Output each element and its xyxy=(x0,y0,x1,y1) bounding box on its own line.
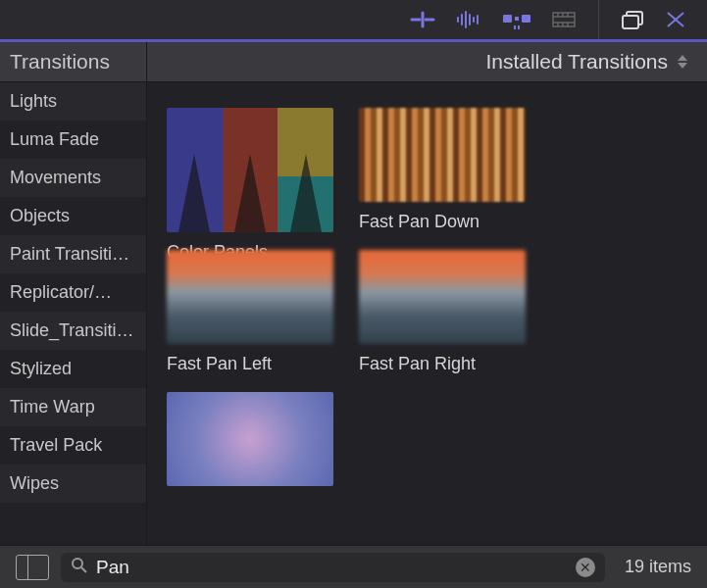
sidebar: Lights Luma Fade Movements Objects Paint… xyxy=(0,82,147,545)
search-icon xyxy=(71,557,88,578)
svg-point-25 xyxy=(73,559,82,568)
toolbar-divider xyxy=(598,0,599,39)
transition-fast-pan-left[interactable]: Fast Pan Left xyxy=(167,250,333,374)
sidebar-item-travel-pack[interactable]: Travel Pack xyxy=(0,426,146,465)
sidebar-item-objects[interactable]: Objects xyxy=(0,197,146,235)
transition-fast-pan-right[interactable]: Fast Pan Right xyxy=(359,250,526,374)
sidebar-item-stylized[interactable]: Stylized xyxy=(0,350,146,388)
browser-header: Transitions Installed Transitions xyxy=(0,39,707,82)
toolbar xyxy=(0,0,707,39)
transitions-icon[interactable] xyxy=(502,8,531,31)
sidebar-item-time-warp[interactable]: Time Warp xyxy=(0,388,146,426)
transition-label: Fast Pan Down xyxy=(359,212,526,232)
item-count: 19 items xyxy=(617,557,691,577)
footer: ✕ 19 items xyxy=(0,545,707,588)
clear-search-button[interactable]: ✕ xyxy=(576,558,595,577)
svg-rect-14 xyxy=(553,13,575,26)
thumbnail xyxy=(167,392,333,486)
transition-label: Fast Pan Left xyxy=(167,354,333,374)
thumbnail xyxy=(167,250,333,344)
filmstrip-icon[interactable] xyxy=(551,10,577,29)
share-icon[interactable] xyxy=(664,10,687,29)
window-icon[interactable] xyxy=(621,10,644,29)
svg-rect-13 xyxy=(518,25,520,29)
waveform-icon[interactable] xyxy=(455,10,480,29)
transition-fast-pan-down[interactable]: Fast Pan Down xyxy=(359,108,526,232)
toolbar-group-edit xyxy=(410,10,480,29)
updown-icon xyxy=(678,51,691,73)
svg-rect-12 xyxy=(514,25,516,29)
body-area: Lights Luma Fade Movements Objects Paint… xyxy=(0,82,707,545)
sidebar-item-movements[interactable]: Movements xyxy=(0,159,146,197)
ripple-icon[interactable] xyxy=(410,10,435,29)
layout-toggle-button[interactable] xyxy=(16,555,49,580)
svg-rect-11 xyxy=(515,17,519,21)
svg-rect-10 xyxy=(522,15,530,23)
sidebar-item-slide-transitions[interactable]: Slide_Transitions xyxy=(0,312,146,350)
content-grid: Color Panels Fast Pan Down Fast Pan Left… xyxy=(147,82,707,545)
sidebar-item-paint-transitions[interactable]: Paint Transitions xyxy=(0,235,146,273)
sidebar-item-luma-fade[interactable]: Luma Fade xyxy=(0,121,146,159)
sidebar-title: Transitions xyxy=(0,42,147,81)
transition-zoom[interactable] xyxy=(167,392,333,496)
search-field[interactable]: ✕ xyxy=(61,553,605,582)
svg-rect-9 xyxy=(503,15,512,23)
transition-label: Fast Pan Right xyxy=(359,354,526,374)
toolbar-group-browser xyxy=(502,8,577,31)
toolbar-group-window xyxy=(621,10,687,29)
filter-dropdown[interactable]: Installed Transitions xyxy=(147,50,707,74)
sidebar-item-wipes[interactable]: Wipes xyxy=(0,465,146,503)
filter-dropdown-label: Installed Transitions xyxy=(485,50,668,74)
sidebar-item-lights[interactable]: Lights xyxy=(0,82,146,121)
sidebar-item-replicator[interactable]: Replicator/… xyxy=(0,273,146,312)
search-input[interactable] xyxy=(96,557,568,578)
thumbnail xyxy=(359,250,526,344)
thumbnail xyxy=(167,108,333,232)
thumbnail xyxy=(359,108,526,202)
transition-color-panels[interactable]: Color Panels xyxy=(167,108,333,232)
svg-line-26 xyxy=(81,567,86,572)
svg-rect-24 xyxy=(623,16,638,28)
